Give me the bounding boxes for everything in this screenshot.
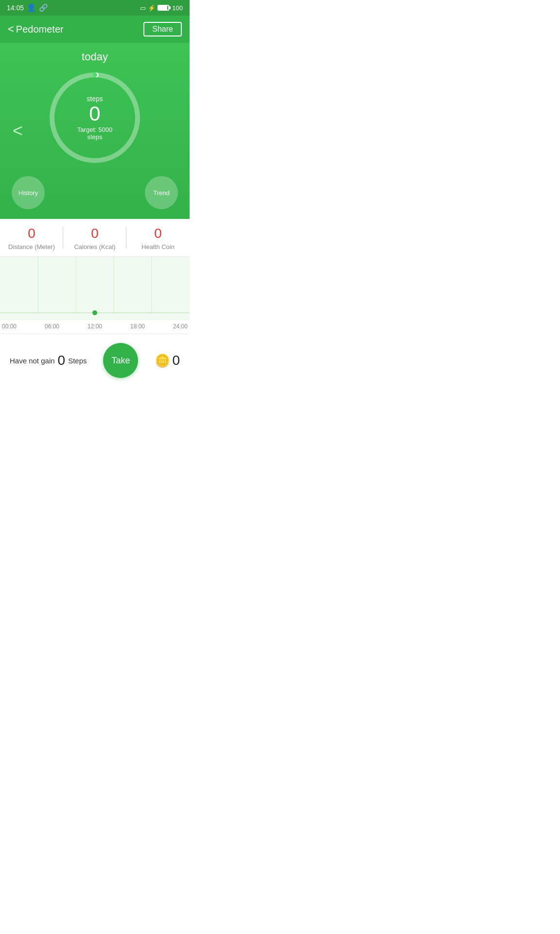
calories-label: Calories (Kcal) [74,243,115,251]
distance-label: Distance (Meter) [8,243,55,251]
steps-label: steps [70,95,119,103]
distance-value: 0 [28,227,35,240]
bottom-bar-right: 🪙 0 [155,353,180,368]
stat-health-coin: 0 Health Coin [126,219,190,256]
stat-distance: 0 Distance (Meter) [0,219,63,256]
take-button[interactable]: Take [103,343,138,378]
status-bar: 14:05 👤 🔗 ▭ ⚡ 100 [0,0,190,16]
svg-point-2 [92,72,97,77]
usb-icon: 🔗 [39,3,48,12]
bottom-bar: Have not gain 0 Steps Take 🪙 0 [0,334,190,387]
circle-inner: steps 0 Target: 5000 steps [70,95,119,141]
status-bar-right: ▭ ⚡ 100 [140,4,183,12]
stats-row: 0 Distance (Meter) 0 Calories (Kcal) 0 H… [0,219,190,257]
status-bar-left: 14:05 👤 🔗 [7,3,48,12]
chart-timeline: 00:00 06:00 12:00 18:00 24:00 [0,320,190,334]
screen-icon: ▭ [140,4,146,12]
back-button[interactable]: < Pedometer [8,24,64,35]
app-header: < Pedometer Share [0,16,190,43]
status-time: 14:05 [7,4,24,12]
calories-value: 0 [91,227,99,240]
hero-section: today steps 0 Target: 5000 steps < Histo… [0,43,190,219]
timeline-1800: 18:00 [130,323,145,330]
steps-value: 0 [70,104,119,124]
hero-bottom-buttons: History Trend [0,176,190,209]
coin-value: 0 [172,353,180,368]
battery-level: 100 [172,4,183,12]
timeline-0000: 00:00 [2,323,17,330]
share-button[interactable]: Share [143,22,182,36]
bottom-steps-value: 0 [58,353,66,368]
person-icon: 👤 [27,3,36,12]
timeline-1200: 12:00 [88,323,102,330]
chevron-left-icon: < [8,24,14,35]
coin-icon: 🪙 [155,353,170,368]
health-coin-value: 0 [154,227,162,240]
target-label: Target: 5000 steps [70,126,119,141]
stat-calories: 0 Calories (Kcal) [63,219,126,256]
health-coin-label: Health Coin [141,243,175,251]
have-not-gain-label: Have not gain [10,357,55,365]
battery-icon [158,5,169,11]
chart-area: 00:00 06:00 12:00 18:00 24:00 [0,257,190,334]
timeline-2400: 24:00 [173,323,188,330]
history-button[interactable]: History [12,176,45,209]
steps-word-label: Steps [68,357,87,365]
chart-container [0,257,190,320]
steps-circle: steps 0 Target: 5000 steps [46,69,143,166]
header-title: Pedometer [16,24,64,35]
hero-date: today [82,51,108,63]
bolt-icon: ⚡ [148,4,156,12]
trend-button[interactable]: Trend [145,176,178,209]
chart-svg [0,257,190,320]
prev-day-button[interactable]: < [8,116,28,146]
timeline-0600: 06:00 [45,323,59,330]
bottom-bar-left: Have not gain 0 Steps [10,353,87,368]
svg-point-8 [92,310,97,315]
